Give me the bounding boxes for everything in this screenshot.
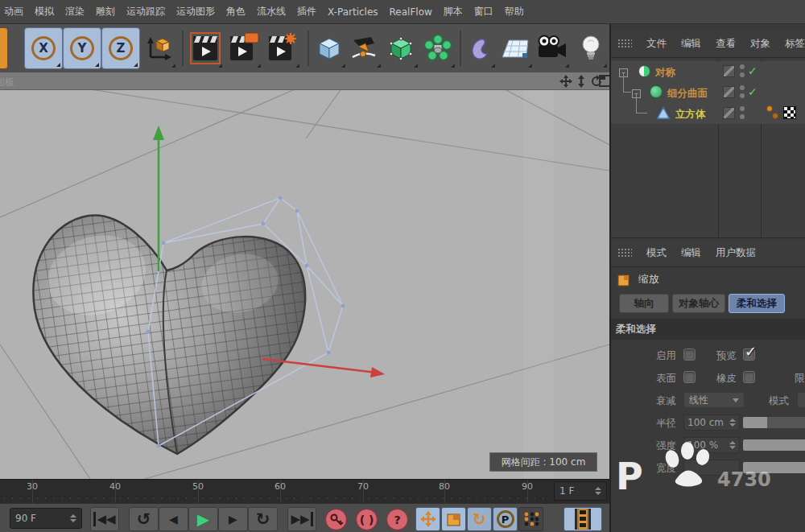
lock-x-axis-button[interactable]: X: [24, 27, 63, 69]
layer-icon[interactable]: [723, 65, 735, 77]
tab-object-axis[interactable]: 对象轴心: [672, 294, 725, 313]
menu-simulate[interactable]: 模拟: [35, 5, 54, 19]
autokey-button[interactable]: ( ): [356, 509, 378, 530]
record-keyframe-button[interactable]: [325, 509, 347, 530]
keyframe-selection-button[interactable]: ?: [386, 509, 408, 530]
object-row-symmetry[interactable]: – 对称 ✓: [611, 61, 805, 82]
panel-grip-icon[interactable]: [617, 248, 632, 258]
section-header-soft-selection[interactable]: 柔和选择: [611, 319, 805, 340]
next-key-button[interactable]: ↻: [248, 507, 278, 531]
cut-icon[interactable]: [0, 27, 8, 69]
deformer-button[interactable]: [464, 27, 497, 69]
enabled-check-icon[interactable]: ✓: [748, 64, 758, 77]
spline-pen-button[interactable]: [345, 27, 382, 69]
uvw-tag-icon[interactable]: [783, 106, 796, 119]
am-menu-edit[interactable]: 编辑: [681, 246, 701, 260]
spinner-arrows-icon[interactable]: [729, 419, 736, 427]
enable-checkbox[interactable]: [683, 348, 696, 361]
spinner-arrows-icon[interactable]: [595, 487, 601, 495]
light-button[interactable]: [573, 27, 609, 69]
visibility-dot-editor[interactable]: [740, 85, 745, 90]
lock-y-axis-button[interactable]: Y: [63, 27, 101, 69]
tag-dot-icon[interactable]: [772, 113, 778, 119]
menu-mograph[interactable]: 运动图形: [176, 5, 215, 19]
x-axis-handle[interactable]: [262, 359, 385, 377]
om-menu-view[interactable]: 查看: [716, 37, 736, 51]
floor-environment-button[interactable]: [497, 27, 534, 69]
snap-grid-button[interactable]: [518, 507, 543, 531]
visibility-dot-render[interactable]: [740, 114, 745, 119]
menu-sculpt[interactable]: 雕刻: [96, 5, 115, 19]
subdivision-surface-button[interactable]: [382, 27, 419, 69]
timeline-ruler[interactable]: 30 40 50 60 70 80 90 1 F: [0, 479, 609, 503]
layer-icon[interactable]: [723, 107, 735, 119]
radius-slider[interactable]: [743, 417, 805, 428]
om-menu-object[interactable]: 对象: [750, 37, 770, 51]
object-row-cube[interactable]: 立方体: [611, 103, 805, 124]
visibility-dot-editor[interactable]: [740, 64, 745, 69]
om-menu-tags[interactable]: 标签: [785, 37, 805, 51]
coordinates-tool-button[interactable]: P: [493, 507, 518, 531]
menu-plugins[interactable]: 插件: [297, 5, 316, 19]
goto-start-button[interactable]: ◀◀: [90, 507, 119, 531]
render-settings-button[interactable]: [264, 27, 301, 69]
zoom-view-icon[interactable]: [576, 75, 586, 88]
menu-motion-tracker[interactable]: 运动跟踪: [126, 5, 165, 19]
render-view-button[interactable]: [187, 27, 224, 69]
tab-soft-selection[interactable]: 柔和选择: [729, 294, 785, 313]
menu-animation[interactable]: 动画: [4, 5, 23, 19]
visibility-dot-render[interactable]: [740, 72, 745, 77]
menu-character[interactable]: 角色: [226, 5, 246, 19]
visibility-dot-editor[interactable]: [740, 106, 745, 111]
spinner-arrows-icon[interactable]: [729, 441, 736, 449]
panel-grip-icon[interactable]: [617, 39, 632, 49]
camera-button[interactable]: [534, 27, 571, 69]
tab-axis[interactable]: 轴向: [619, 294, 669, 313]
om-menu-file[interactable]: 文件: [646, 37, 667, 51]
tag-dot-icon[interactable]: [766, 105, 773, 112]
am-menu-userdata[interactable]: 用户数据: [716, 246, 756, 260]
lock-z-axis-button[interactable]: Z: [101, 27, 140, 69]
strength-slider[interactable]: [743, 439, 805, 451]
menu-script[interactable]: 脚本: [444, 5, 463, 19]
radius-field[interactable]: 100 cm: [683, 414, 740, 431]
menu-xparticles[interactable]: X-Particles: [328, 6, 378, 18]
menu-render[interactable]: 渲染: [65, 5, 85, 19]
play-button[interactable]: ▶: [188, 507, 218, 531]
goto-end-button[interactable]: ▶▶: [287, 507, 316, 531]
menu-realflow[interactable]: RealFlow: [390, 6, 432, 18]
visibility-dot-render[interactable]: [740, 93, 745, 98]
mode-dropdown[interactable]: [797, 392, 805, 408]
object-label[interactable]: 立方体: [675, 108, 706, 122]
object-row-subdivision[interactable]: – 细分曲面 ✓: [611, 82, 805, 103]
array-generator-button[interactable]: [419, 27, 456, 69]
render-to-picture-viewer-button[interactable]: [225, 27, 262, 69]
previous-key-button[interactable]: ↺: [129, 507, 159, 531]
render-queue-button[interactable]: [564, 507, 602, 531]
am-menu-mode[interactable]: 模式: [646, 246, 667, 260]
add-primitive-button[interactable]: [312, 27, 347, 69]
previous-frame-button[interactable]: ◀: [159, 507, 188, 531]
next-frame-button[interactable]: ▶: [218, 507, 248, 531]
falloff-dropdown[interactable]: 线性: [683, 392, 745, 408]
menu-help[interactable]: 帮助: [505, 5, 524, 19]
menu-pipeline[interactable]: 流水线: [257, 5, 286, 19]
move-tool-button[interactable]: [415, 507, 440, 531]
layer-icon[interactable]: [723, 86, 735, 98]
spinner-arrows-icon[interactable]: [70, 514, 76, 522]
enabled-check-icon[interactable]: ✓: [748, 85, 758, 98]
om-menu-edit[interactable]: 编辑: [681, 37, 701, 51]
surface-checkbox[interactable]: [683, 371, 696, 383]
pan-view-icon[interactable]: [559, 75, 572, 88]
scale-tool-button[interactable]: [441, 507, 466, 531]
coordinate-system-button[interactable]: [140, 27, 177, 69]
rotate-tool-button[interactable]: ↻: [467, 507, 492, 531]
end-frame-field[interactable]: 1 F: [554, 481, 607, 501]
viewport-3d[interactable]: 网格间距 : 100 cm: [0, 90, 609, 479]
rubber-checkbox[interactable]: [743, 371, 755, 383]
object-label[interactable]: 对称: [655, 66, 675, 80]
heart-model[interactable]: [33, 215, 305, 454]
current-frame-field[interactable]: 90 F: [10, 508, 82, 529]
object-label[interactable]: 细分曲面: [667, 87, 708, 101]
menu-window[interactable]: 窗口: [474, 5, 493, 19]
